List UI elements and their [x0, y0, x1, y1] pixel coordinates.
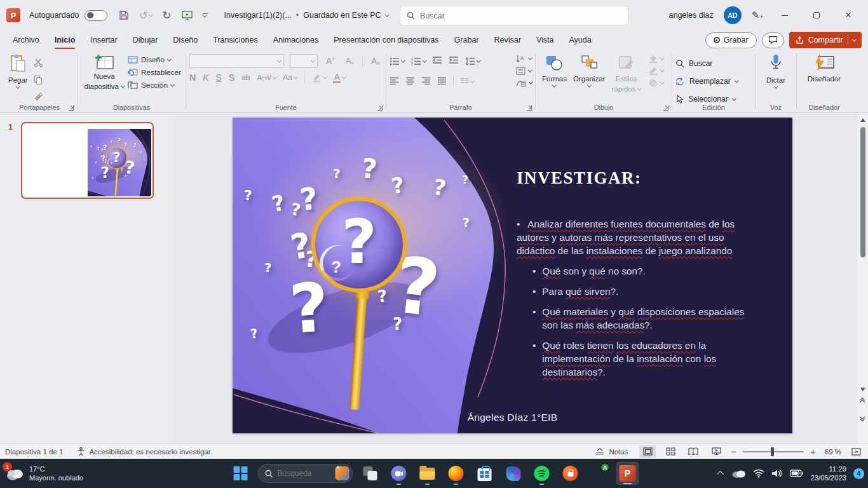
tray-expand-icon[interactable] — [717, 471, 724, 478]
normal-view-button[interactable] — [639, 445, 656, 458]
parrafo-dialog-launcher[interactable] — [527, 105, 532, 111]
powerpoint-app-icon[interactable]: P — [6, 8, 20, 22]
tab-grabar[interactable]: Grabar — [447, 32, 487, 48]
find-button[interactable]: Buscar — [675, 56, 752, 71]
record-button[interactable]: Grabar — [705, 32, 757, 48]
zoom-slider-thumb[interactable] — [771, 447, 774, 456]
tab-transiciones[interactable]: Transiciones — [205, 32, 265, 48]
undo-icon[interactable]: ↺ — [139, 10, 153, 21]
tab-revisar[interactable]: Revisar — [487, 32, 529, 48]
document-title[interactable]: Investigar1(1)(2)(... • Guardado en Este… — [224, 11, 388, 20]
customize-toolbar-icon[interactable] — [203, 13, 208, 18]
previous-slide-button[interactable] — [860, 400, 865, 405]
powerpoint-taskbar-button[interactable]: P — [616, 462, 639, 485]
fuente-dialog-launcher[interactable] — [377, 105, 383, 111]
columns-button[interactable] — [460, 78, 474, 85]
copy-icon[interactable] — [31, 72, 46, 86]
scrollbar-thumb[interactable] — [860, 127, 865, 257]
microsoft-365-button[interactable] — [502, 462, 525, 485]
numbered-list-button[interactable]: 123 — [411, 57, 426, 65]
tab-archivo[interactable]: Archivo — [5, 32, 47, 48]
section-button[interactable]: Sección — [128, 81, 181, 90]
microsoft-store-button[interactable] — [473, 462, 496, 485]
avatar[interactable]: AD — [724, 6, 742, 24]
font-color-button[interactable]: A — [333, 72, 346, 83]
titlebar-search[interactable] — [400, 6, 628, 25]
comments-button[interactable] — [762, 32, 784, 48]
align-center-button[interactable] — [405, 76, 415, 87]
scroll-down-icon[interactable] — [860, 388, 865, 391]
privacy-browser-button[interactable] — [559, 462, 582, 485]
tab-insertar[interactable]: Insertar — [83, 32, 125, 48]
fit-to-window-button[interactable] — [848, 445, 864, 458]
vertical-scrollbar[interactable] — [858, 113, 868, 444]
pen-icon[interactable]: ✎✦ — [752, 10, 764, 21]
character-spacing-button[interactable]: A⇿V — [257, 73, 276, 82]
wifi-icon[interactable] — [753, 469, 764, 478]
slide-text-block[interactable]: INVESTIGAR: •Analizar diferentes fuentes… — [517, 168, 752, 379]
notes-toggle[interactable]: Notas — [595, 448, 628, 456]
shape-fill-button[interactable] — [648, 55, 664, 63]
text-shadow-button[interactable]: S — [229, 72, 234, 83]
clear-formatting-button[interactable]: A — [369, 54, 383, 68]
zoom-in-button[interactable]: + — [810, 447, 816, 456]
next-slide-button[interactable] — [860, 417, 865, 421]
notification-badge[interactable]: 4 — [853, 468, 864, 479]
quick-styles-button[interactable]: Estilos rápidos — [608, 53, 644, 102]
start-button[interactable] — [229, 462, 252, 485]
justify-button[interactable] — [437, 76, 447, 87]
bullet-list-button[interactable] — [390, 57, 405, 65]
slide-canvas[interactable]: ??????????????????? ? ? INVESTIGAR: •Ana… — [88, 129, 151, 196]
font-name-combo[interactable] — [189, 54, 284, 68]
slideshow-view-button[interactable] — [708, 445, 724, 458]
reading-view-button[interactable] — [685, 445, 702, 458]
slide-thumbnail[interactable]: ??????????????????? ? ? INVESTIGAR: •Ana… — [21, 122, 154, 199]
slide-title[interactable]: INVESTIGAR: — [517, 168, 752, 188]
italic-button[interactable]: K — [203, 72, 208, 83]
zoom-out-button[interactable]: − — [731, 447, 736, 456]
dibujo-dialog-launcher[interactable] — [663, 105, 668, 111]
arrange-button[interactable]: Organizar — [570, 53, 609, 102]
slide-editor-canvas[interactable]: ??????????????????? ? ? INVESTIGAR: •Ana… — [168, 113, 858, 444]
tab-dise-o[interactable]: Diseño — [165, 32, 205, 48]
font-size-combo[interactable] — [290, 54, 318, 68]
autosave-control[interactable]: Autoguardado — [29, 10, 107, 21]
search-highlight-image[interactable] — [336, 466, 349, 480]
share-button[interactable]: Compartir — [789, 32, 862, 48]
slideshow-icon[interactable] — [182, 11, 193, 20]
decrease-indent-button[interactable] — [432, 55, 442, 67]
shape-outline-button[interactable] — [648, 67, 664, 75]
battery-icon[interactable] — [790, 470, 803, 477]
reset-button[interactable]: Restablecer — [128, 68, 181, 77]
shrink-font-button[interactable]: A˅ — [343, 54, 357, 68]
user-name[interactable]: angeles diaz — [669, 11, 714, 20]
close-button[interactable]: × — [837, 10, 859, 21]
tab-dibujar[interactable]: Dibujar — [125, 32, 166, 48]
dictate-button[interactable]: Dictar — [763, 53, 789, 102]
firefox-button[interactable] — [445, 462, 468, 485]
change-case-button[interactable]: Aa — [283, 73, 297, 82]
slide-thumbnail-panel[interactable]: 1 ??????????????????? ? ? — [0, 113, 168, 444]
zoom-slider[interactable] — [743, 451, 804, 452]
text-highlight-button[interactable] — [312, 73, 327, 83]
slide-sorter-view-button[interactable] — [662, 445, 679, 458]
clock[interactable]: 11:29 23/05/2023 — [810, 464, 846, 482]
volume-icon[interactable] — [771, 469, 783, 478]
replace-button[interactable]: bReemplazar — [675, 74, 752, 89]
tab-vista[interactable]: Vista — [529, 32, 562, 48]
task-view-button[interactable] — [359, 462, 382, 485]
shapes-button[interactable]: Formas — [539, 53, 570, 102]
layout-button[interactable]: Diseño — [128, 55, 181, 64]
align-right-button[interactable] — [421, 76, 431, 87]
slide-bullets[interactable]: •Analizar diferentes fuentes documentale… — [517, 217, 752, 379]
chrome-button[interactable]: A — [588, 462, 611, 485]
line-spacing-button[interactable] — [465, 57, 480, 65]
cut-icon[interactable] — [31, 55, 46, 69]
redo-icon[interactable]: ↻ — [162, 10, 171, 21]
slide-canvas[interactable]: ??????????????????? ? ? INVESTIGAR: •Ana… — [233, 118, 792, 433]
save-icon[interactable] — [119, 10, 129, 20]
minimize-button[interactable]: ─ — [774, 10, 796, 20]
accessibility-status[interactable]: Accesibilidad: es necesario investigar — [77, 447, 210, 456]
scroll-up-icon[interactable] — [860, 118, 865, 122]
file-explorer-button[interactable] — [416, 462, 439, 485]
